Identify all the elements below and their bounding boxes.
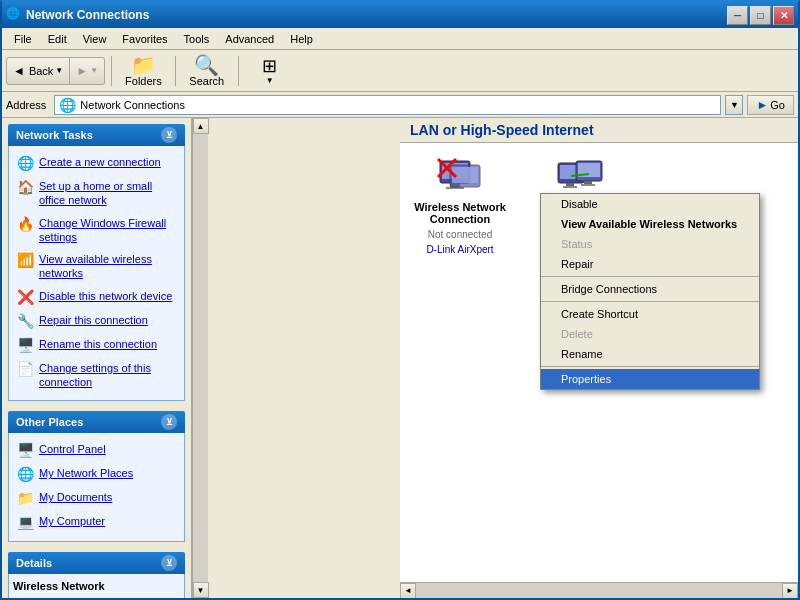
ctx-disable[interactable]: Disable (541, 194, 759, 214)
scroll-down-icon: ▼ (197, 586, 205, 595)
forward-button[interactable]: ► ▼ (70, 57, 105, 85)
views-dropdown-icon: ▼ (266, 76, 274, 85)
folders-icon: 📁 (131, 55, 155, 75)
disable-label: Disable this network device (39, 289, 172, 303)
ctx-separator-1 (541, 276, 759, 277)
details-content: Wireless Network (8, 574, 185, 598)
other-places-collapse-icon[interactable]: ⊻ (161, 414, 177, 430)
nav-buttons: ◄ Back ▼ ► ▼ (6, 57, 105, 85)
menu-edit[interactable]: Edit (40, 31, 75, 47)
folders-label: Folders (125, 75, 162, 87)
rename-icon: 🖥️ (17, 337, 33, 353)
back-button[interactable]: ◄ Back ▼ (6, 57, 70, 85)
scroll-up-button[interactable]: ▲ (193, 118, 209, 134)
h-scroll-track[interactable] (416, 583, 782, 598)
wireless-connection-icon (436, 157, 484, 197)
sidebar-item-repair[interactable]: 🔧 Repair this connection (13, 310, 180, 332)
menu-advanced[interactable]: Advanced (217, 31, 282, 47)
views-button[interactable]: ⊞ ▼ (245, 52, 295, 90)
details-collapse-icon[interactable]: ⊻ (161, 555, 177, 571)
go-arrow-icon: ► (756, 98, 768, 112)
local-connection-icon-container (556, 157, 604, 197)
change-settings-label: Change settings of this connection (39, 361, 176, 390)
horizontal-scrollbar[interactable]: ◄ ► (400, 582, 798, 598)
content-body: Wireless Network Connection Not connecte… (400, 143, 798, 582)
ctx-properties[interactable]: Properties (541, 369, 759, 389)
ctx-bridge-connections[interactable]: Bridge Connections (541, 279, 759, 299)
title-bar: 🌐 Network Connections ─ □ ✕ (2, 2, 798, 28)
address-dropdown-button[interactable]: ▼ (725, 95, 743, 115)
maximize-button[interactable]: □ (750, 6, 771, 25)
firewall-label: Change Windows Firewall settings (39, 216, 176, 245)
network-tasks-header[interactable]: Network Tasks ⊻ (8, 124, 185, 146)
address-label: Address (6, 99, 50, 111)
sidebar-item-wireless[interactable]: 📶 View available wireless networks (13, 249, 180, 284)
address-value: Network Connections (80, 99, 185, 111)
ctx-repair[interactable]: Repair (541, 254, 759, 274)
my-documents-label: My Documents (39, 490, 112, 504)
my-computer-label: My Computer (39, 514, 105, 528)
other-places-content: 🖥️ Control Panel 🌐 My Network Places 📁 M… (8, 433, 185, 542)
control-panel-icon: 🖥️ (17, 442, 33, 458)
change-settings-icon: 📄 (17, 361, 33, 377)
other-places-label: Other Places (16, 416, 83, 428)
sidebar-item-rename[interactable]: 🖥️ Rename this connection (13, 334, 180, 356)
details-content-text: Wireless Network (13, 580, 105, 592)
menu-help[interactable]: Help (282, 31, 321, 47)
sidebar-item-disable[interactable]: ❌ Disable this network device (13, 286, 180, 308)
address-field[interactable]: 🌐 Network Connections (54, 95, 721, 115)
sidebar-item-home-office[interactable]: 🏠 Set up a home or small office network (13, 176, 180, 211)
menu-favorites[interactable]: Favorites (114, 31, 175, 47)
scroll-down-button[interactable]: ▼ (193, 582, 209, 598)
back-label: Back (29, 65, 53, 77)
sidebar-item-change-settings[interactable]: 📄 Change settings of this connection (13, 358, 180, 393)
back-arrow-icon: ◄ (13, 64, 25, 78)
wireless-icon: 📶 (17, 252, 33, 268)
sidebar-item-firewall[interactable]: 🔥 Change Windows Firewall settings (13, 213, 180, 248)
menu-tools[interactable]: Tools (176, 31, 218, 47)
sidebar-container: Network Tasks ⊻ 🌐 Create a new connectio… (2, 118, 400, 598)
search-button[interactable]: 🔍 Search (182, 52, 232, 90)
network-tasks-collapse-icon[interactable]: ⊻ (161, 127, 177, 143)
ctx-view-wireless[interactable]: View Available Wireless Networks (541, 214, 759, 234)
scroll-track[interactable] (193, 134, 208, 582)
other-places-header[interactable]: Other Places ⊻ (8, 411, 185, 433)
wireless-connection-status: Not connected (428, 229, 493, 240)
my-computer-icon: 💻 (17, 514, 33, 530)
details-header[interactable]: Details ⊻ (8, 552, 185, 574)
toolbar: ◄ Back ▼ ► ▼ 📁 Folders 🔍 Search ⊞ ▼ (2, 50, 798, 92)
sidebar-scrollbar[interactable]: ▲ ▼ (192, 118, 208, 598)
wireless-connection-item[interactable]: Wireless Network Connection Not connecte… (410, 153, 510, 572)
menu-file[interactable]: File (6, 31, 40, 47)
details-section: Details ⊻ Wireless Network (8, 552, 185, 598)
firewall-icon: 🔥 (17, 216, 33, 232)
folders-button[interactable]: 📁 Folders (118, 52, 169, 90)
search-icon: 🔍 (195, 55, 219, 75)
my-network-places-label: My Network Places (39, 466, 133, 480)
sidebar-item-my-network-places[interactable]: 🌐 My Network Places (13, 463, 180, 485)
sidebar-item-my-documents[interactable]: 📁 My Documents (13, 487, 180, 509)
h-scroll-right-button[interactable]: ► (782, 583, 798, 599)
close-button[interactable]: ✕ (773, 6, 794, 25)
create-connection-icon: 🌐 (17, 155, 33, 171)
go-button[interactable]: ► Go (747, 95, 794, 115)
ctx-separator-2 (541, 301, 759, 302)
views-icon: ⊞ (258, 56, 282, 76)
control-panel-label: Control Panel (39, 442, 106, 456)
scroll-up-icon: ▲ (197, 122, 205, 131)
toolbar-separator-1 (111, 56, 112, 86)
menu-view[interactable]: View (75, 31, 115, 47)
sidebar-item-create-connection[interactable]: 🌐 Create a new connection (13, 152, 180, 174)
h-scroll-left-button[interactable]: ◄ (400, 583, 416, 599)
svg-rect-15 (581, 184, 595, 186)
sidebar-item-my-computer[interactable]: 💻 My Computer (13, 511, 180, 533)
ctx-rename[interactable]: Rename (541, 344, 759, 364)
sidebar-item-control-panel[interactable]: 🖥️ Control Panel (13, 439, 180, 461)
sidebar: Network Tasks ⊻ 🌐 Create a new connectio… (2, 118, 192, 598)
address-bar: Address 🌐 Network Connections ▼ ► Go (2, 92, 798, 118)
ctx-create-shortcut[interactable]: Create Shortcut (541, 304, 759, 324)
rename-label: Rename this connection (39, 337, 157, 351)
wireless-connection-device: D-Link AirXpert (426, 244, 493, 255)
minimize-button[interactable]: ─ (727, 6, 748, 25)
network-tasks-section: Network Tasks ⊻ 🌐 Create a new connectio… (8, 124, 185, 401)
